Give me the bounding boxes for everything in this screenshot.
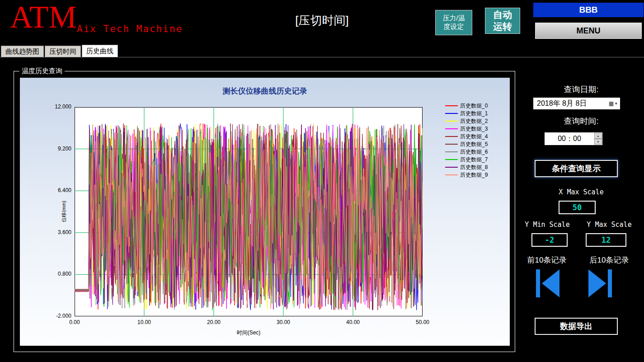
history-query-groupbox: 温度历史查询 测长仪位移曲线历史记录 12.000 9.200 6.400 3.…	[14, 71, 515, 352]
x-tick-label: 30.00	[270, 319, 297, 325]
legend-swatch	[445, 105, 458, 106]
legend-swatch	[445, 113, 458, 114]
query-date-label: 查询日期:	[520, 84, 643, 95]
y-tick-label: -2.000	[29, 313, 71, 319]
x-max-scale-input[interactable]: 50	[559, 201, 596, 214]
legend-item: 历史数据_4	[445, 133, 509, 140]
legend-label: 历史数据_6	[460, 148, 488, 156]
date-picker[interactable]: 2018年 8月 8日 ▦ ▼	[533, 98, 620, 109]
date-value: 2018年 8月 8日	[533, 99, 606, 108]
x-max-scale-label: X Max Scale	[520, 188, 643, 196]
chart-legend: 历史数据_0历史数据_1历史数据_2历史数据_3历史数据_4历史数据_5历史数据…	[445, 102, 509, 179]
legend-label: 历史数据_9	[460, 171, 488, 179]
y-max-scale-label: Y Max Scale	[581, 221, 637, 229]
legend-label: 历史数据_2	[460, 118, 488, 125]
pressure-temp-label-line2: 度设定	[438, 23, 469, 31]
legend-item: 历史数据_6	[445, 148, 509, 155]
legend-item: 历史数据_3	[445, 125, 509, 132]
chart-panel: 测长仪位移曲线历史记录 12.000 9.200 6.400 3.600 0.8…	[20, 78, 510, 346]
x-tick-label: 0.00	[61, 319, 88, 325]
legend-swatch	[445, 128, 458, 129]
legend-swatch	[445, 159, 458, 160]
tab-bar: 曲线趋势图 压切时间 历史曲线	[0, 45, 644, 57]
auto-run-button[interactable]: 自动 运转	[485, 8, 520, 34]
groupbox-title: 温度历史查询	[19, 67, 65, 75]
main-window: ATM Aix Tech Machine [压切时间] 压力/温 度设定 自动 …	[0, 0, 644, 362]
y-min-scale-input[interactable]: -2	[531, 233, 568, 247]
legend-item: 历史数据_0	[445, 102, 509, 109]
legend-label: 历史数据_7	[460, 156, 488, 164]
chart-title: 测长仪位移曲线历史记录	[20, 86, 510, 96]
auto-run-label-line2: 运转	[488, 21, 517, 33]
app-header: ATM Aix Tech Machine [压切时间] 压力/温 度设定 自动 …	[0, 0, 644, 45]
legend-swatch	[445, 167, 458, 168]
legend-swatch	[445, 121, 458, 122]
y-tick-label: 9.200	[29, 146, 71, 152]
prev-10-records-button[interactable]	[536, 269, 559, 297]
legend-label: 历史数据_0	[460, 102, 488, 110]
y-tick-label: 0.800	[29, 271, 71, 277]
legend-item: 历史数据_1	[445, 110, 509, 117]
chevron-down-icon: ▼	[614, 102, 618, 106]
time-value: 00：00	[545, 134, 594, 144]
tab-curve-trend[interactable]: 曲线趋势图	[1, 46, 44, 57]
auto-run-label-line1: 自动	[488, 9, 517, 21]
legend-label: 历史数据_5	[460, 141, 488, 148]
prev-records-label: 前10条记录	[520, 255, 574, 265]
legend-swatch	[445, 136, 458, 137]
legend-item: 历史数据_2	[445, 118, 509, 125]
y-max-scale-input[interactable]: 12	[586, 233, 626, 247]
y-tick-label: 6.400	[29, 187, 71, 193]
spin-down-button[interactable]: ▼	[594, 139, 602, 145]
legend-item: 历史数据_9	[445, 171, 509, 179]
legend-swatch	[445, 174, 458, 175]
pressure-temp-label-line1: 压力/温	[438, 14, 469, 23]
time-spinner: ▲ ▼	[594, 133, 602, 145]
y-min-scale-label: Y Min Scale	[521, 221, 574, 229]
calendar-dropdown-button[interactable]: ▦ ▼	[606, 98, 620, 109]
conditional-query-button[interactable]: 条件查询显示	[535, 160, 618, 177]
x-tick-label: 40.00	[339, 319, 367, 325]
query-time-label: 查询时间:	[520, 116, 643, 127]
bbb-banner: BBB	[533, 3, 644, 17]
x-tick-label: 50.00	[409, 319, 436, 325]
pressure-temp-setting-button[interactable]: 压力/温 度设定	[435, 10, 472, 35]
legend-item: 历史数据_5	[445, 141, 509, 148]
legend-swatch	[445, 151, 458, 152]
next-records-label: 后10条记录	[581, 255, 637, 265]
data-export-button[interactable]: 数据导出	[535, 318, 618, 335]
legend-label: 历史数据_8	[460, 164, 488, 171]
tab-press-cut-time[interactable]: 压切时间	[45, 46, 81, 57]
y-tick-label: 3.600	[29, 229, 71, 235]
plot-area	[75, 107, 423, 316]
menu-button[interactable]: MENU	[535, 23, 642, 39]
time-picker[interactable]: 00：00 ▲ ▼	[545, 132, 602, 145]
next-10-records-button[interactable]	[588, 269, 612, 297]
x-axis-label: 时间(Sec)	[75, 329, 423, 337]
calendar-icon: ▦	[609, 100, 614, 107]
legend-item: 历史数据_7	[445, 156, 509, 163]
spin-up-button[interactable]: ▲	[594, 133, 602, 139]
x-tick-label: 20.00	[200, 319, 227, 325]
y-tick-label: 12.000	[29, 103, 71, 110]
y-axis-label: 位移(mm)	[61, 201, 67, 222]
legend-swatch	[445, 144, 458, 145]
legend-label: 历史数据_3	[460, 125, 488, 133]
legend-item: 历史数据_8	[445, 164, 509, 171]
legend-label: 历史数据_4	[460, 133, 488, 141]
query-control-panel: 查询日期: 2018年 8月 8日 ▦ ▼ 查询时间: 00：00 ▲ ▼ 条件…	[520, 68, 643, 362]
x-tick-label: 10.00	[131, 319, 158, 325]
legend-label: 历史数据_1	[460, 110, 488, 118]
tab-history-curve[interactable]: 历史曲线	[82, 45, 118, 57]
